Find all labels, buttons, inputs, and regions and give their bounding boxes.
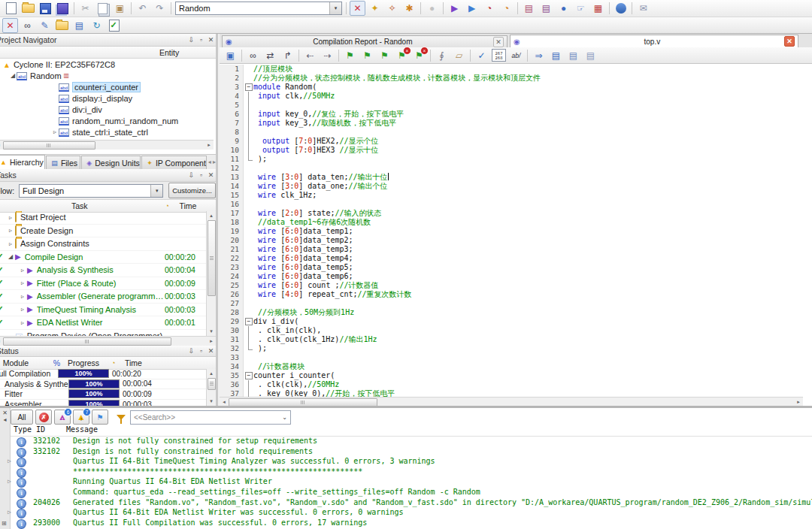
macro-icon[interactable]: ▱ [451,48,467,63]
close-icon[interactable]: ✕ [0,410,10,416]
bookmark-next-icon[interactable]: ⚑ [359,48,375,63]
indent-icon[interactable]: ⇢ [320,48,335,63]
message-row[interactable]: i332102Design is not fully constrained f… [11,437,812,447]
expand-icon[interactable]: ▹ [18,293,27,300]
stop-icon[interactable]: ● [424,1,440,16]
code-line[interactable]: 34 //计数器模块 [220,362,812,371]
scroll-right-icon[interactable]: ▸ [207,337,216,346]
copy-icon[interactable] [95,1,111,16]
close-icon[interactable]: ✕ [206,347,216,355]
filter-warnings-button[interactable]: ▲! 7 [73,410,89,425]
code-line[interactable]: 16 [220,200,812,209]
task-row[interactable]: ✓◢▶Compile Design00:00:20 [0,251,207,264]
expand-icon[interactable]: ▷ [8,458,11,464]
code-line[interactable]: 6 input key_0,//复位，开始，按下低电平 [220,110,812,119]
comment-icon[interactable]: ab/ [508,48,524,63]
task-row[interactable]: ✓▹▶Fitter (Place & Route)00:00:09 [0,277,207,291]
code-line[interactable]: 7 input key_3,//取随机数，按下低电平 [220,119,812,128]
tech-map-viewer-icon[interactable]: ▤ [538,1,554,16]
project-archive-icon[interactable] [55,1,71,16]
grid-icon[interactable]: ⊞ [2,520,7,527]
expand-icon[interactable]: ◢ [6,253,15,260]
entity-combobox[interactable]: Random▾ [175,2,342,15]
message-row[interactable]: iCommand: quartus_eda --read_settings_fi… [11,488,812,498]
expand-icon[interactable]: ▹ [18,267,27,274]
toggle-view-icon[interactable]: ▤ [583,48,598,63]
collapse-icon[interactable]: ◂ [0,416,10,423]
code-line[interactable]: 12 [220,164,812,173]
code-line[interactable]: 15 wire clk_1Hz; [220,191,812,200]
code-line[interactable]: 31 . clk_out(clk_1Hz)//输出1Hz [220,335,812,344]
code-line[interactable]: 17 wire [2:0] state;//输入的状态 [220,209,812,218]
code-line[interactable]: 4 input clk,//50MHz [220,92,812,101]
open-project-icon[interactable] [54,18,70,33]
expand-icon[interactable]: ▷ [8,478,11,485]
close-tab-icon[interactable]: ✕ [784,36,795,47]
code-line[interactable]: 36 . clk(clk),//50MHz [220,380,812,389]
tree-item[interactable]: abdcounter:i_counter [0,81,216,92]
task-row[interactable]: ✓▹▶TimeQuest Timing Analysis00:00:03 [0,304,207,317]
find-icon[interactable]: ∞ [20,18,35,33]
message-row[interactable]: i293000Quartus II Full Compilation was s… [11,518,812,529]
template-icon[interactable]: ▤ [548,48,564,63]
entity-column-header[interactable]: Entity [0,47,216,59]
help-icon[interactable] [613,1,629,16]
outdent-icon[interactable]: ⇠ [302,48,318,63]
task-row[interactable]: ✓▹▶EDA Netlist Writer00:00:01 [0,316,207,330]
find-icon[interactable]: ∞ [245,48,261,63]
scroll-down-icon[interactable]: ▾ [207,327,216,336]
power-analyzer-icon[interactable]: ◔ [498,1,514,16]
tree-item[interactable]: abddiv:i_div [0,104,216,115]
status-vscrollbar[interactable]: ▴ ▾ [206,369,216,406]
scroll-up-icon[interactable]: ▴ [207,211,216,220]
task-row[interactable]: ✓▹▶Assembler (Generate programming files… [0,290,207,304]
feedback-icon[interactable]: ✉ [635,1,651,16]
tab-ip-component[interactable]: ✦IP Component [141,156,206,169]
tab-files[interactable]: ▤Files [46,156,80,169]
assignment-editor-icon[interactable]: ▤ [71,18,87,33]
float-icon[interactable]: ▫ [196,171,206,179]
message-row[interactable]: i***************************************… [11,467,812,478]
line-count-box[interactable]: 267268 [491,48,507,63]
tasks-hscrollbar[interactable]: ◂ ▸ [0,336,216,346]
tree-item[interactable]: abdrandom_num:i_random_num [0,115,216,126]
code-line[interactable]: 3module Random( [220,83,812,92]
close-tab-icon[interactable]: ✕ [493,37,504,47]
cut-icon[interactable]: ✂ [77,1,93,16]
message-search-combobox[interactable]: <<Search>> ⌄ [130,410,291,425]
code-line[interactable]: 10 output [7:0]HEX3 //显示十位 [220,146,812,155]
float-icon[interactable]: ▫ [196,347,206,355]
tree-item[interactable]: abddisplay:i_display [0,92,216,104]
new-file-icon[interactable] [3,1,19,16]
code-line[interactable]: 11 ); [220,155,812,164]
tab-design-units[interactable]: ◈Design Units [81,156,141,169]
message-row[interactable]: ▷iQuartus II 64-Bit EDA Netlist Writer w… [11,508,812,518]
float-icon[interactable]: ▫ [196,36,206,44]
message-row[interactable]: i204026Generated files "Random.vo", "Ran… [11,498,812,509]
close-icon[interactable]: ✕ [206,36,216,44]
tree-item[interactable]: ▹abdstate_ctrl:i_state_ctrl [0,126,216,138]
task-row[interactable]: ☞Program Device (Open Programmer) [0,330,207,337]
code-line[interactable]: 13 wire [3:0] data_ten;//输出十位 [220,173,812,182]
scroll-right-icon[interactable]: ▸ [205,141,214,150]
redo-icon[interactable]: ↷ [152,1,168,16]
rtl-viewer-icon[interactable]: ▤ [521,1,537,16]
tab-hierarchy[interactable]: ▲Hierarchy [0,155,45,169]
insert-file-icon[interactable]: ▤ [565,48,581,63]
export-icon[interactable]: ▣ [223,48,238,63]
tools-icon[interactable]: ✱ [401,1,417,16]
expand-icon[interactable]: ▹ [18,319,27,326]
expand-icon[interactable]: ▹ [18,280,27,286]
compile-dashboard-icon[interactable]: ✕ [350,1,365,16]
code-line[interactable]: 18 //data_temp1~6存储6次随机数 [220,218,812,227]
tasks-vscrollbar[interactable]: ▴ ▾ [206,211,216,336]
tree-item[interactable]: ◢abdRandom▥ [0,70,216,81]
replace-icon[interactable]: ⇄ [262,48,278,63]
expand-icon[interactable]: ▹ [6,227,15,234]
task-row[interactable]: ▹Assign Constraints [0,237,207,251]
goto-line-icon[interactable]: ↱ [280,48,295,63]
fold-collapse-icon[interactable] [244,83,253,92]
close-icon[interactable]: ✕ [206,171,216,179]
code-line[interactable]: 25 wire [6:0] count ;//计数器值 [220,281,812,290]
task-row[interactable]: ▹Create Design [0,225,207,238]
